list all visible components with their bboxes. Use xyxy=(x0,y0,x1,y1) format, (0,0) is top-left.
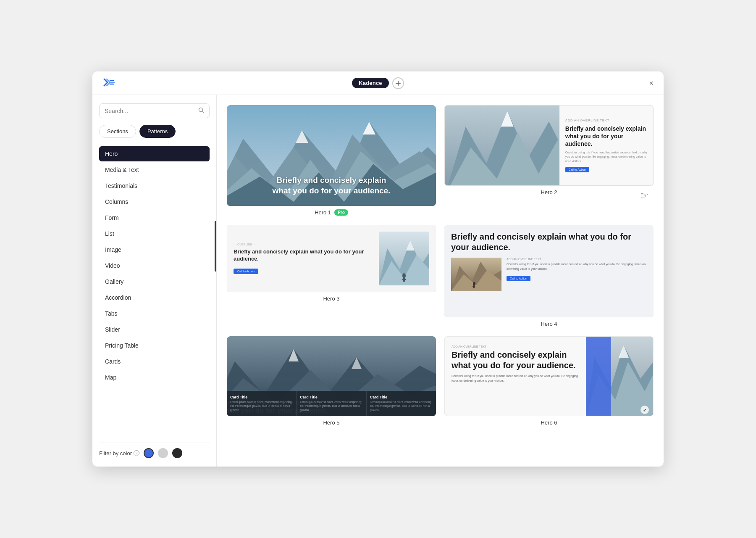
sidebar-item-pricing-table[interactable]: Pricing Table xyxy=(99,338,210,353)
search-input[interactable] xyxy=(105,108,195,114)
card-hero-2[interactable]: ADD AN OVERLINE TEXT Briefly and concise… xyxy=(444,105,654,216)
tab-patterns[interactable]: Patterns xyxy=(139,125,176,138)
hero6-text-col: ADD AN OVERLINE TEXT Briefly and concise… xyxy=(445,337,586,416)
color-swatch-light[interactable] xyxy=(158,448,168,458)
add-button[interactable] xyxy=(392,77,404,89)
card-hero-5[interactable]: OVERLINE Briefly and concisely explain w… xyxy=(227,336,436,427)
sidebar-item-accordion[interactable]: Accordion xyxy=(99,290,210,305)
card-hero-3-footer: Hero 3 xyxy=(227,292,436,303)
hero2-title: Briefly and concisely explain what you d… xyxy=(565,125,647,148)
sidebar-item-slider[interactable]: Slider xyxy=(99,322,210,337)
card-hero-6-image: ADD AN OVERLINE TEXT Briefly and concise… xyxy=(444,336,654,416)
card-hero-3[interactable]: — OVERLINE — Briefly and concisely expla… xyxy=(227,225,436,328)
color-swatch-blue[interactable] xyxy=(144,448,154,458)
card-hero-2-footer: Hero 2 xyxy=(444,186,654,196)
hero5-card-3: Card Title Lorem ipsum dolor sit amet, c… xyxy=(367,391,436,416)
sidebar-item-form[interactable]: Form xyxy=(99,210,210,225)
svg-text:⤢: ⤢ xyxy=(643,408,646,412)
svg-line-7 xyxy=(202,111,204,113)
pro-badge-hero-1: Pro xyxy=(334,209,348,216)
hero6-mountain-img: ⤢ xyxy=(586,337,653,416)
hero5-card1-body: Lorem ipsum dolor sit amet, consectetur … xyxy=(230,400,293,411)
hero5-card-2: Card Title Lorem ipsum dolor sit amet, c… xyxy=(297,391,366,416)
card-hero-6[interactable]: ADD AN OVERLINE TEXT Briefly and concise… xyxy=(444,336,654,427)
search-container xyxy=(99,103,210,118)
svg-point-31 xyxy=(473,282,475,285)
hero2-mountain-img xyxy=(445,105,559,185)
sidebar-item-video[interactable]: Video xyxy=(99,258,210,273)
card-hero-6-footer: Hero 6 xyxy=(444,416,654,427)
hero6-layout: ADD AN OVERLINE TEXT Briefly and concise… xyxy=(444,336,654,416)
hero2-cta: Call to Action xyxy=(565,167,589,172)
card-hero-3-label: Hero 3 xyxy=(323,295,339,302)
svg-rect-46 xyxy=(586,337,611,416)
titlebar: Kadence × xyxy=(92,71,664,95)
card-hero-4-label: Hero 4 xyxy=(541,321,557,327)
hero5-cards-row: Card Title Lorem ipsum dolor sit amet, c… xyxy=(227,391,436,416)
sidebar-item-testimonials[interactable]: Testimonials xyxy=(99,178,210,193)
content-area: Sections Patterns Hero Media & Text Test… xyxy=(92,95,664,467)
search-icon xyxy=(198,107,204,114)
info-icon: ? xyxy=(134,450,139,456)
card-hero-1-image: Briefly and concisely explain what you d… xyxy=(227,105,436,206)
hero5-card2-body: Lorem ipsum dolor sit amet, consectetur … xyxy=(300,400,362,411)
hero5-card1-title: Card Title xyxy=(230,395,293,399)
sidebar-item-hero[interactable]: Hero xyxy=(99,146,210,161)
cursor-icon: ☞ xyxy=(640,190,648,201)
hero4-body-col: ADD AN OVERLINE TEXT Consider using this… xyxy=(507,258,647,291)
hero2-text-col: ADD AN OVERLINE TEXT Briefly and concise… xyxy=(559,105,653,185)
filter-label: Filter by color ? xyxy=(99,450,139,456)
hero5-card3-body: Lorem ipsum dolor sit amet, consectetur … xyxy=(370,400,433,411)
sidebar-item-tabs[interactable]: Tabs xyxy=(99,306,210,321)
scroll-indicator xyxy=(215,221,216,272)
brand-badge: Kadence xyxy=(352,78,389,88)
sidebar-item-media-text[interactable]: Media & Text xyxy=(99,162,210,177)
main-content: Briefly and concisely explain what you d… xyxy=(217,95,664,467)
card-hero-5-image: OVERLINE Briefly and concisely explain w… xyxy=(227,336,436,416)
card-hero-5-footer: Hero 5 xyxy=(227,416,436,427)
hero2-layout: ADD AN OVERLINE TEXT Briefly and concise… xyxy=(444,105,654,186)
hero4-body: Consider using this if you need to provi… xyxy=(507,262,647,271)
hero5-card-1: Card Title Lorem ipsum dolor sit amet, c… xyxy=(227,391,297,416)
hero3-overline: — OVERLINE — xyxy=(234,243,374,246)
hero6-overline: ADD AN OVERLINE TEXT xyxy=(452,345,579,348)
hero4-mountain-img xyxy=(451,258,501,291)
svg-text:what you do for your audience.: what you do for your audience. xyxy=(272,186,391,195)
sidebar-item-list[interactable]: List xyxy=(99,226,210,241)
hero6-title: Briefly and concisely explain what you d… xyxy=(452,350,579,371)
tab-sections[interactable]: Sections xyxy=(99,125,136,138)
hero2-overline: ADD AN OVERLINE TEXT xyxy=(565,119,647,122)
sidebar-item-columns[interactable]: Columns xyxy=(99,194,210,209)
card-hero-3-image: — OVERLINE — Briefly and concisely expla… xyxy=(227,225,436,292)
hero2-body: Consider using this if you need to provi… xyxy=(565,150,647,164)
sidebar-item-image[interactable]: Image xyxy=(99,242,210,257)
sidebar: Sections Patterns Hero Media & Text Test… xyxy=(92,95,217,467)
titlebar-center: Kadence xyxy=(352,77,404,89)
color-swatch-dark[interactable] xyxy=(172,448,182,458)
hero3-title: Briefly and concisely explain what you d… xyxy=(234,248,374,263)
svg-text:Briefly and concisely explain: Briefly and concisely explain xyxy=(277,176,386,185)
app-logo xyxy=(102,76,116,91)
sidebar-item-cards[interactable]: Cards xyxy=(99,354,210,369)
hero3-mountain-img xyxy=(379,232,429,285)
card-hero-1-footer: Hero 1 Pro xyxy=(227,206,436,216)
card-hero-4[interactable]: Briefly and concisely explain what you d… xyxy=(444,225,654,328)
filter-row: Filter by color ? xyxy=(99,443,210,458)
hero4-cta: Call to Action xyxy=(507,276,530,281)
hero4-bottom: ADD AN OVERLINE TEXT Consider using this… xyxy=(451,258,647,291)
hero4-overline: ADD AN OVERLINE TEXT xyxy=(507,258,647,261)
sidebar-item-map[interactable]: Map xyxy=(99,370,210,385)
sidebar-item-gallery[interactable]: Gallery xyxy=(99,274,210,289)
pattern-grid: Briefly and concisely explain what you d… xyxy=(227,105,654,427)
card-hero-1[interactable]: Briefly and concisely explain what you d… xyxy=(227,105,436,216)
nav-list: Hero Media & Text Testimonials Columns F… xyxy=(99,146,210,436)
card-hero-2-label: Hero 2 xyxy=(541,189,557,195)
app-window: Kadence × Secti xyxy=(92,71,664,467)
hero4-title: Briefly and concisely explain what you d… xyxy=(451,232,647,253)
hero6-body: Consider using this if you need to provi… xyxy=(452,374,579,383)
card-hero-2-image: ADD AN OVERLINE TEXT Briefly and concise… xyxy=(444,105,654,186)
close-button[interactable]: × xyxy=(649,79,654,87)
card-hero-5-label: Hero 5 xyxy=(323,419,339,426)
hero4-layout: Briefly and concisely explain what you d… xyxy=(444,225,654,317)
card-hero-6-label: Hero 6 xyxy=(541,419,557,426)
